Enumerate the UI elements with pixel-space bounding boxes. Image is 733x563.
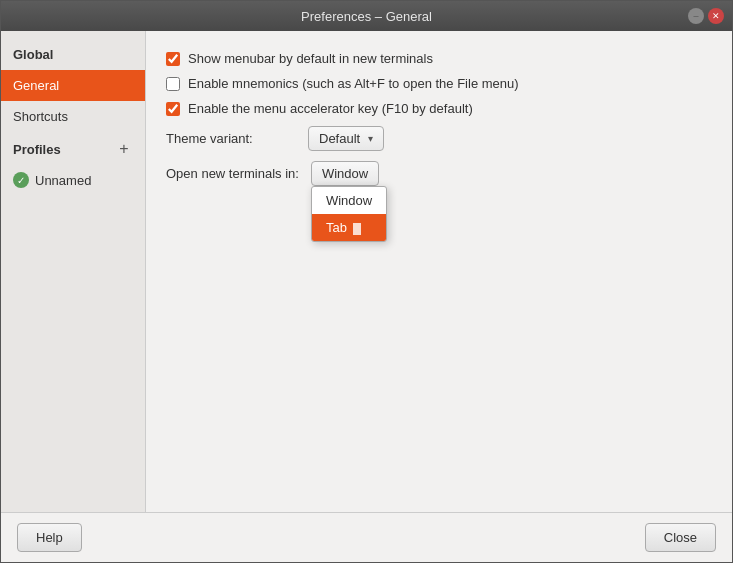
- main-content: Global General Shortcuts Profiles + ✓ Un…: [1, 31, 732, 512]
- preferences-window: Preferences – General – ✕ Global General…: [0, 0, 733, 563]
- theme-label: Theme variant:: [166, 131, 296, 146]
- sidebar-item-unnamed[interactable]: ✓ Unnamed: [1, 166, 145, 194]
- option-window[interactable]: Window: [312, 187, 386, 214]
- checkbox-mnemonics-label: Enable mnemonics (such as Alt+F to open …: [188, 76, 519, 91]
- minimize-button[interactable]: –: [688, 8, 704, 24]
- checkbox-menubar-label: Show menubar by default in new terminals: [188, 51, 433, 66]
- content-area: Show menubar by default in new terminals…: [146, 31, 732, 512]
- open-terminals-label: Open new terminals in:: [166, 166, 299, 181]
- close-window-button[interactable]: ✕: [708, 8, 724, 24]
- sidebar-global-header: Global: [1, 39, 145, 70]
- open-terminals-row: Open new terminals in: Window Window Tab: [166, 161, 712, 186]
- titlebar-controls: – ✕: [688, 8, 724, 24]
- open-terminals-menu: Window Tab: [311, 186, 387, 242]
- help-button[interactable]: Help: [17, 523, 82, 552]
- cursor: [353, 223, 361, 235]
- sidebar: Global General Shortcuts Profiles + ✓ Un…: [1, 31, 146, 512]
- sidebar-item-general[interactable]: General: [1, 70, 145, 101]
- option-tab[interactable]: Tab: [312, 214, 386, 241]
- sidebar-item-shortcuts[interactable]: Shortcuts: [1, 101, 145, 132]
- checkbox-row-accelerator: Enable the menu accelerator key (F10 by …: [166, 101, 712, 116]
- checkbox-accelerator-label: Enable the menu accelerator key (F10 by …: [188, 101, 473, 116]
- checkbox-row-mnemonics: Enable mnemonics (such as Alt+F to open …: [166, 76, 712, 91]
- checkbox-row-menubar: Show menubar by default in new terminals: [166, 51, 712, 66]
- bottom-bar: Help Close: [1, 512, 732, 562]
- open-terminals-dropdown-container: Window Window Tab: [311, 161, 379, 186]
- window-title: Preferences – General: [301, 9, 432, 24]
- sidebar-profiles-header: Profiles +: [1, 132, 145, 166]
- open-terminals-dropdown[interactable]: Window: [311, 161, 379, 186]
- titlebar: Preferences – General – ✕: [1, 1, 732, 31]
- theme-dropdown[interactable]: Default ▾: [308, 126, 384, 151]
- profile-active-icon: ✓: [13, 172, 29, 188]
- theme-dropdown-arrow: ▾: [368, 133, 373, 144]
- open-terminals-value: Window: [322, 166, 368, 181]
- checkbox-accelerator[interactable]: [166, 102, 180, 116]
- checkbox-menubar[interactable]: [166, 52, 180, 66]
- theme-variant-row: Theme variant: Default ▾: [166, 126, 712, 151]
- add-profile-button[interactable]: +: [115, 140, 133, 158]
- checkbox-mnemonics[interactable]: [166, 77, 180, 91]
- close-button[interactable]: Close: [645, 523, 716, 552]
